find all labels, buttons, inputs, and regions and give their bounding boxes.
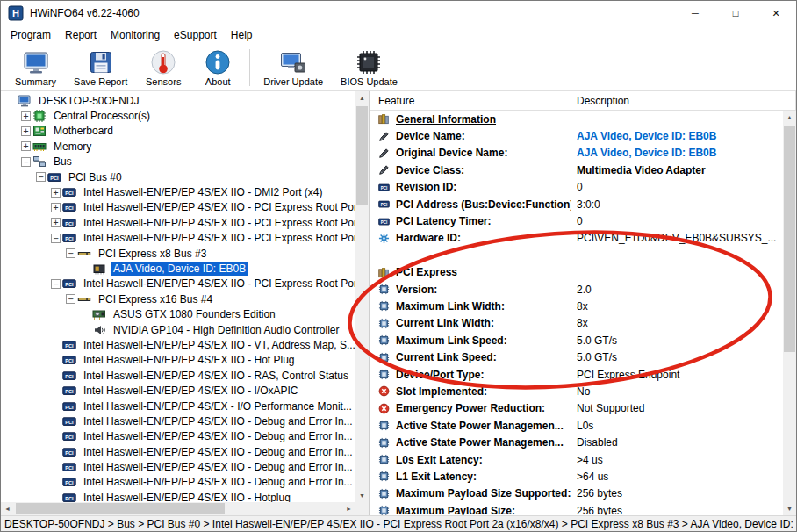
feature-row[interactable]: PCIRevision ID:0 [370,179,783,196]
tree-item[interactable]: +Central Processor(s) [1,108,355,123]
toolbar-summary-button[interactable]: Summary [6,47,65,90]
collapse-box[interactable]: − [66,294,75,304]
scrollbar-thumb[interactable] [356,106,368,205]
feature-label: Maximum Link Width: [396,300,571,313]
feature-row[interactable]: Device/Port Type:PCI Express Endpoint [370,366,783,383]
toolbar-sensors-button[interactable]: Sensors [136,47,190,90]
maximize-button[interactable]: □ [715,1,756,25]
feature-row[interactable]: Maximum Link Width:8x [370,298,783,314]
tree-item[interactable]: PCIIntel Haswell-EN/EP/EP 4S/EX IIO - De… [1,459,355,474]
scroll-up-arrow[interactable]: ▲ [783,111,796,124]
toolbar-driver-update-button[interactable]: Driver Update [255,47,332,90]
tree-item[interactable]: DESKTOP-50OFNDJ [1,93,355,108]
toolbar-save-report-button[interactable]: Save Report [65,47,136,90]
tree-item[interactable]: NVIDIA GP104 - High Definition Audio Con… [1,322,355,337]
tree-item[interactable]: +PCIIntel Haswell-EN/EP/EP 4S/EX IIO - P… [1,215,355,230]
section-row[interactable]: PCI Express [370,264,783,281]
tree-item[interactable]: +PCIIntel Haswell-EN/EP/EP 4S/EX IIO - D… [1,184,355,199]
tree-item[interactable]: PCIIntel Haswell-EN/EP/EP 4S/EX IIO - De… [1,444,355,459]
tree-item[interactable]: PCIIntel Haswell-EN/EP/EP 4S/EX IIO - Ho… [1,353,355,368]
tree-item[interactable]: −PCIIntel Haswell-EN/EP/EP 4S/EX IIO - P… [1,231,355,246]
tree-item[interactable]: ASUS GTX 1080 Founders Edition [1,306,355,321]
detail-vertical-scrollbar[interactable]: ▲ ▼ [783,111,796,515]
tree-item[interactable]: PCIIntel Haswell-EN/EP/EP 4S/EX IIO - I/… [1,383,355,398]
feature-row[interactable]: Current Link Width:8x [370,315,783,332]
collapse-box[interactable]: − [51,234,61,243]
section-row[interactable]: General Information [370,111,783,127]
feature-row[interactable]: Slot Implemented:No [370,383,783,399]
feature-row[interactable]: Active State Power Managemen...L0s [370,417,783,434]
feature-row[interactable]: Maximum Payload Size Supported:256 bytes [370,485,783,502]
tree-item-label: Intel Haswell-EN/EP/EP 4S/EX IIO - PCI E… [81,231,355,245]
expand-box[interactable]: + [51,203,61,212]
feature-row[interactable]: Device Class:Multimedia Video Adapter [370,162,783,178]
scroll-down-arrow[interactable]: ▼ [355,489,369,502]
tree-horizontal-scrollbar[interactable]: ◄ ► [1,502,355,515]
scroll-left-arrow[interactable]: ◄ [1,502,14,515]
tree-item[interactable]: +Memory [1,139,355,154]
titlebar[interactable]: H HWiNFO64 v6.22-4060 ─□✕ [1,1,796,25]
tree-item[interactable]: −PCI Express x16 Bus #4 [1,291,355,306]
expand-box[interactable]: + [51,188,61,198]
menu-esupport[interactable]: eSupport [167,26,224,44]
scrollbar-thumb[interactable] [16,503,225,514]
menu-monitoring[interactable]: Monitoring [104,26,167,44]
tree-item[interactable]: −PCIIntel Haswell-EN/EP/EP 4S/EX IIO - P… [1,277,355,291]
feature-row[interactable]: Emergency Power Reduction:Not Supported [370,400,783,417]
tree-item[interactable]: −PCI Express x8 Bus #3 [1,246,355,261]
toolbar-bios-update-button[interactable]: BIOS Update [332,47,406,90]
close-button[interactable]: ✕ [756,1,796,25]
expand-box[interactable]: + [21,126,31,136]
tree-item[interactable]: PCIIntel Haswell-EN/EP/EP 4S/EX IIO - De… [1,475,355,490]
feature-row[interactable]: Original Device Name:AJA Video, Device I… [370,145,783,162]
svg-text:PCI: PCI [65,435,74,440]
tree-item[interactable]: PCIIntel Haswell-EN/EP/EP 4S/EX IIO - RA… [1,368,355,383]
scroll-down-arrow[interactable]: ▼ [783,502,796,515]
feature-row[interactable]: Version:2.0 [370,281,783,298]
tree-item[interactable]: +Motherboard [1,124,355,139]
feature-row[interactable]: Current Link Speed:5.0 GT/s [370,349,783,365]
expand-box[interactable]: + [21,111,31,121]
collapse-box[interactable]: − [21,157,31,167]
menu-program[interactable]: Program [4,26,58,44]
feature-row[interactable]: PCIPCI Address (Bus:Device:Function) Nu.… [370,196,783,212]
scroll-up-arrow[interactable]: ▲ [355,91,369,104]
minimize-button[interactable]: ─ [675,1,715,25]
svg-text:PCI: PCI [65,343,74,349]
feature-row[interactable]: Active State Power Managemen...Disabled [370,434,783,450]
tree-item[interactable]: −PCIPCI Bus #0 [1,169,355,184]
feature-row[interactable]: PCIPCI Latency Timer:0 [370,212,783,229]
feature-column-header[interactable]: Feature [370,91,571,110]
expand-box[interactable]: + [21,141,31,151]
tree-item[interactable]: PCIIntel Haswell-EN/EP/EP 4S/EX IIO - De… [1,413,355,428]
feature-row[interactable]: L0s Exit Latency:>4 us [370,451,783,468]
feature-row[interactable]: Maximum Payload Size:256 bytes [370,502,783,515]
tree-item[interactable]: +PCIIntel Haswell-EN/EP/EP 4S/EX IIO - P… [1,200,355,215]
tree-item[interactable]: AJA Video, Device ID: EB0B [1,261,355,276]
svg-text:PCI: PCI [65,419,74,424]
collapse-box[interactable]: − [51,279,61,289]
collapse-box[interactable]: − [36,172,46,182]
tree-item[interactable]: PCIIntel Haswell-EN/EP/EP 4S/EX IIO - De… [1,429,355,444]
pci-icon: PCI [62,277,78,291]
menu-report[interactable]: Report [58,26,104,44]
tree-vertical-scrollbar[interactable]: ▲ ▼ [355,91,369,502]
scrollbar-thumb[interactable] [784,126,795,352]
tree-item[interactable]: PCIIntel Haswell-EN/EP/EP 4S/EX IIO - VT… [1,337,355,352]
feature-row[interactable]: Maximum Link Speed:5.0 GT/s [370,332,783,349]
description-column-header[interactable]: Description [571,91,796,110]
expand-box[interactable]: + [51,218,61,227]
feature-row[interactable]: L1 Exit Latency:>64 us [370,468,783,485]
tree-item[interactable]: PCIIntel Haswell-EN/EP/EP 4S/EX IIO - Ho… [1,490,355,502]
pci-icon: PCI [62,445,78,459]
tree-item[interactable]: PCIIntel Haswell-EN/EP/EP 4S/EX - I/O Pe… [1,399,355,413]
scroll-right-arrow[interactable]: ► [342,502,355,515]
feature-row[interactable]: Hardware ID:PCI\VEN_F1D0&DEV_EB0B&SUBSYS… [370,230,783,247]
menu-help[interactable]: Help [224,26,260,44]
toolbar-about-button[interactable]: About [190,47,245,90]
tree-item[interactable]: −Bus [1,155,355,169]
audio-icon [92,323,108,337]
floppy-icon [88,49,114,75]
feature-row[interactable]: Device Name:AJA Video, Device ID: EB0B [370,127,783,144]
collapse-box[interactable]: − [66,248,75,258]
